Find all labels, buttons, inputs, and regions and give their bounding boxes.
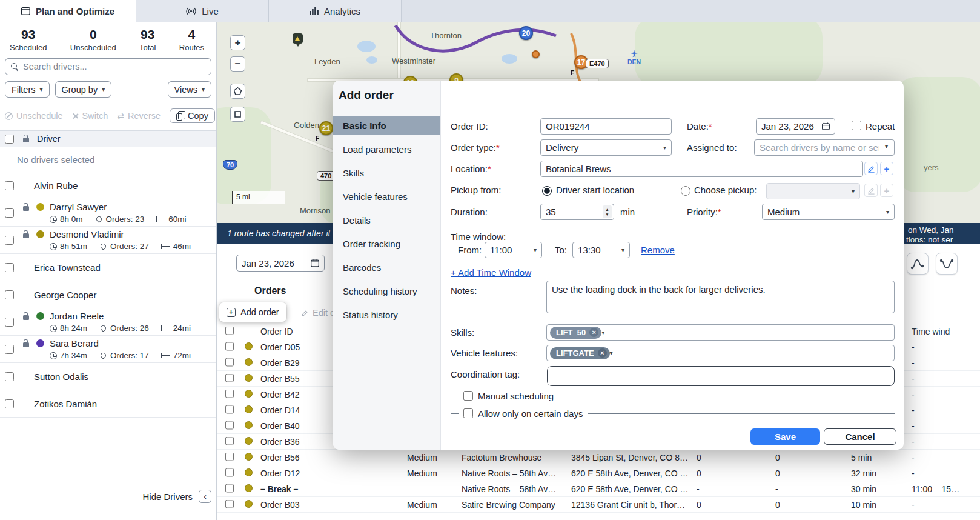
modal-nav-barcodes[interactable]: Barcodes	[333, 258, 440, 277]
order-checkbox[interactable]	[225, 468, 234, 476]
duration-spinner[interactable]: ▲▼	[603, 205, 612, 218]
tab-analytics[interactable]: Analytics	[269, 0, 402, 22]
order-checkbox[interactable]	[225, 389, 234, 398]
driver-row[interactable]: Desmond Vladimir8h 51mOrders: 2746mi	[0, 227, 216, 254]
date-picker[interactable]: Jan 23, 2026	[236, 255, 325, 272]
break-row[interactable]: – Break –Native Roots – 58th Av…620 E 58…	[217, 481, 980, 497]
map-marker-21[interactable]: 21	[319, 121, 333, 135]
order-checkbox[interactable]	[225, 484, 234, 492]
modal-nav-scheduling-history[interactable]: Scheduling history	[333, 281, 440, 301]
order-checkbox[interactable]	[225, 452, 234, 461]
modal-nav-load-parameters[interactable]: Load parameters	[333, 139, 440, 159]
route-color-dot	[36, 203, 44, 211]
time-to-select[interactable]: 13:30▾	[572, 242, 630, 258]
driver-checkbox[interactable]	[5, 208, 14, 218]
modal-nav-order-tracking[interactable]: Order tracking	[333, 234, 440, 253]
time-from-select[interactable]: 11:00▾	[485, 242, 542, 258]
modal-nav-details[interactable]: Details	[333, 210, 440, 230]
driver-checkbox[interactable]	[5, 399, 14, 408]
group-by-button[interactable]: Group by▾	[55, 81, 112, 98]
tab-plan-and-optimize[interactable]: Plan and Optimize	[0, 0, 136, 22]
order-row[interactable]: Order B03MediumSatire Brewing Company121…	[217, 497, 980, 513]
modal-nav-status-history[interactable]: Status history	[333, 305, 440, 324]
repeat-checkbox[interactable]	[852, 121, 861, 130]
driver-checkbox[interactable]	[5, 345, 14, 354]
zoom-in-button[interactable]: +	[230, 35, 245, 50]
driver-row[interactable]: Zotikos Damián	[0, 390, 216, 418]
assigned-to-input[interactable]	[754, 139, 895, 156]
polygon-select-button[interactable]	[230, 84, 245, 99]
driver-row[interactable]: Sara Berard7h 34mOrders: 1772mi	[0, 336, 216, 363]
remove-tag-icon[interactable]: ×	[589, 328, 598, 337]
order-id-input[interactable]	[540, 118, 672, 135]
order-checkbox[interactable]	[225, 405, 234, 413]
driver-row[interactable]: Darryl Sawyer8h 0mOrders: 2360mi	[0, 199, 216, 227]
column-header-order-id[interactable]: Order ID	[260, 327, 293, 336]
remove-time-window-link[interactable]: Remove	[641, 245, 675, 255]
route-tool-button-2[interactable]	[936, 253, 958, 275]
vehicle-features-multiselect[interactable]: LIFTGATE× ▾	[546, 345, 895, 361]
date-input[interactable]: Jan 23, 2026	[756, 118, 835, 135]
switch-button[interactable]: Switch	[72, 111, 108, 121]
driver-search[interactable]	[5, 58, 211, 75]
driver-row[interactable]: Jordan Reele8h 24mOrders: 2624mi	[0, 308, 216, 336]
save-button[interactable]: Save	[750, 428, 820, 445]
priority-select[interactable]: Medium▾	[762, 204, 895, 220]
copy-button[interactable]: Copy	[170, 108, 215, 123]
rectangle-select-button[interactable]	[230, 107, 245, 122]
driver-checkbox[interactable]	[5, 372, 14, 381]
marker-f-badge: F	[316, 135, 319, 142]
driver-checkbox[interactable]	[5, 236, 14, 245]
driver-checkbox[interactable]	[5, 290, 14, 299]
add-order-button[interactable]: + Add order	[219, 302, 286, 322]
search-input[interactable]	[23, 62, 205, 72]
select-all-drivers-checkbox[interactable]	[5, 135, 14, 144]
skills-multiselect[interactable]: LIFT_50× ▾	[546, 324, 895, 341]
spinner-up-icon[interactable]: ▲	[605, 207, 609, 212]
driver-row[interactable]: George Cooper	[0, 281, 216, 308]
driver-row[interactable]: Erica Townstead	[0, 254, 216, 281]
location-input[interactable]	[540, 161, 863, 177]
reverse-button[interactable]: ⇄Reverse	[117, 111, 161, 121]
map-marker-dot[interactable]	[532, 50, 540, 58]
driver-checkbox[interactable]	[5, 318, 14, 327]
driver-start-location-radio[interactable]	[542, 186, 552, 196]
route-tool-button[interactable]	[907, 253, 929, 275]
filters-button[interactable]: Filters▾	[5, 81, 50, 98]
order-row[interactable]: Order D12MediumNative Roots – 58th Av…62…	[217, 465, 980, 481]
remove-tag-icon[interactable]: ×	[598, 348, 607, 358]
zoom-out-button[interactable]: −	[230, 56, 245, 72]
collapse-sidebar-button[interactable]: ‹	[199, 490, 211, 503]
driver-row[interactable]: Alvin Rube	[0, 172, 216, 199]
coordination-tag-input[interactable]	[547, 366, 895, 386]
add-location-button[interactable]: +	[880, 162, 893, 175]
views-button[interactable]: Views▾	[168, 81, 211, 98]
tab-live[interactable]: Live	[136, 0, 269, 22]
modal-nav-vehicle-features[interactable]: Vehicle features	[333, 187, 440, 206]
allow-days-checkbox[interactable]	[463, 408, 473, 418]
order-checkbox[interactable]	[225, 436, 234, 445]
order-checkbox[interactable]	[225, 499, 234, 508]
order-checkbox[interactable]	[225, 373, 234, 382]
order-type-select[interactable]: Delivery▾	[540, 139, 672, 156]
order-checkbox[interactable]	[225, 358, 234, 366]
order-row[interactable]: Order B56MediumFactotum Brewhouse3845 Li…	[217, 450, 980, 465]
driver-checkbox[interactable]	[5, 181, 14, 190]
spinner-down-icon[interactable]: ▼	[605, 212, 609, 216]
cancel-button[interactable]: Cancel	[824, 428, 896, 445]
map-marker-20[interactable]: 20	[519, 26, 533, 40]
edit-location-button[interactable]	[864, 162, 878, 175]
modal-nav-skills[interactable]: Skills	[333, 163, 440, 182]
order-checkbox[interactable]	[225, 342, 234, 350]
order-checkbox[interactable]	[225, 421, 234, 429]
driver-checkbox[interactable]	[5, 263, 14, 272]
driver-row[interactable]: Sutton Odalis	[0, 363, 216, 390]
select-all-checkbox[interactable]	[225, 326, 234, 335]
modal-nav-basic-info[interactable]: Basic Info	[333, 116, 440, 135]
unschedule-button[interactable]: Unschedule	[5, 111, 63, 121]
column-header-time-window[interactable]: Time wind	[912, 327, 950, 336]
choose-pickup-radio[interactable]	[681, 186, 690, 196]
manual-scheduling-checkbox[interactable]	[463, 391, 473, 401]
add-time-window-link[interactable]: + Add Time Window	[451, 267, 531, 278]
notes-textarea[interactable]: Use the loading dock in the back for lar…	[546, 281, 895, 313]
